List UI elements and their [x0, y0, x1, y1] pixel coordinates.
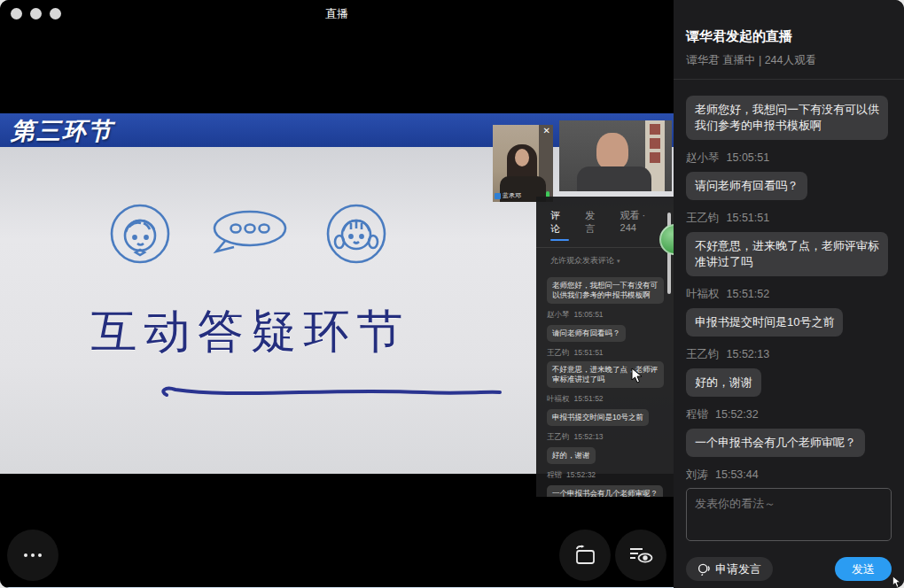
presenter-badge-icon — [495, 193, 501, 199]
rotate-icon — [573, 545, 596, 566]
list-item: 赵小琴15:05:51 请问老师有回看吗？ — [547, 310, 665, 342]
request-speak-button[interactable]: 申请发言 — [686, 557, 773, 581]
comment-input[interactable] — [686, 488, 892, 541]
camera-thumbnail-speaker[interactable] — [559, 120, 672, 191]
more-options-button[interactable] — [7, 530, 58, 581]
chat-message: 叶福权15:51:52 申报书提交时间是10号之前 — [686, 287, 892, 337]
rotate-screen-button[interactable] — [559, 530, 611, 581]
close-thumbnail-icon[interactable]: ✕ — [543, 126, 550, 136]
embedded-chat-tabs: 评论 发言 观看 · 244 — [536, 197, 674, 241]
list-item: 叶福权15:51:52 申报书提交时间是10号之前 — [547, 394, 665, 426]
list-item: 老师您好，我想问一下有没有可以供我们参考的申报书模板啊 — [547, 277, 665, 304]
ellipsis-icon — [24, 553, 42, 557]
stream-title: 谭华君发起的直播 — [686, 0, 892, 45]
slide-section-header: 第三环节 — [11, 115, 113, 147]
chat-message: 刘涛15:53:44 项目查重是需要在知网上查重的吗？ — [686, 468, 892, 483]
slide-icons-row — [0, 202, 496, 269]
video-area: 直播 第三环节 — [0, 0, 674, 588]
thumbnail-name-label: 蓝承邓 — [495, 191, 521, 200]
comments-visibility-icon — [628, 545, 653, 565]
stream-status: 谭华君 直播中 | 244人观看 — [686, 53, 892, 68]
chat-message: 老师您好，我想问一下有没有可以供我们参考的申报书模板啊 — [686, 96, 892, 140]
list-item: 王乙钧15:51:51 不好意思，进来晚了点，老师评审标准讲过了吗 — [547, 348, 665, 388]
toggle-comments-button[interactable] — [615, 530, 666, 581]
embedded-message-list: 老师您好，我想问一下有没有可以供我们参考的申报书模板啊 赵小琴15:05:51 … — [536, 268, 674, 497]
secondary-cursor — [892, 576, 902, 588]
chat-message: 王乙钧15:51:51 不好意思，进来晚了点，老师评审标准讲过了吗 — [686, 211, 892, 276]
chat-message: 赵小琴15:05:51 请问老师有回看吗？ — [686, 151, 892, 200]
divider — [674, 79, 904, 80]
chat-message-list: 老师您好，我想问一下有没有可以供我们参考的申报书模板啊 赵小琴15:05:51 … — [686, 89, 892, 483]
slide-main-title: 互动答疑环节 — [0, 301, 501, 363]
window-title: 直播 — [0, 6, 674, 22]
speech-bubble-icon — [207, 206, 289, 265]
tab-comments[interactable]: 评论 — [550, 209, 569, 236]
hand-drawn-underline — [158, 383, 505, 403]
live-stream-window: 直播 第三环节 — [0, 0, 904, 588]
tab-viewers[interactable]: 观看 · 244 — [620, 209, 663, 236]
speak-head-icon — [697, 562, 711, 576]
mouse-cursor — [631, 368, 643, 383]
chevron-down-icon: ▾ — [617, 258, 620, 265]
chat-message: 王乙钧15:52:13 好的，谢谢 — [686, 347, 892, 397]
allow-comments-toggle[interactable]: 允许观众发表评论▾ — [536, 248, 674, 268]
tab-speech[interactable]: 发言 — [585, 209, 604, 236]
list-item: 王乙钧15:52:13 好的，谢谢 — [547, 432, 665, 464]
live-chat-sidebar: 谭华君发起的直播 谭华君 直播中 | 244人观看 老师您好，我想问一下有没有可… — [674, 0, 904, 588]
list-item: 程锴15:52:32 一个申报书会有几个老师审呢？ — [547, 470, 665, 497]
send-button[interactable]: 发送 — [835, 557, 892, 581]
comment-composer — [686, 488, 892, 545]
camera-thumbnail-host[interactable]: ✕ 蓝承邓 — [493, 125, 553, 202]
chat-message: 程锴15:52:32 一个申报书会有几个老师审呢？ — [686, 407, 892, 457]
girl-avatar-icon — [324, 202, 388, 269]
boy-avatar-icon — [108, 202, 172, 269]
embedded-chat-panel: 评论 发言 观看 · 244 允许观众发表评论▾ 老师您好，我想问一下有没有可以… — [536, 197, 674, 497]
